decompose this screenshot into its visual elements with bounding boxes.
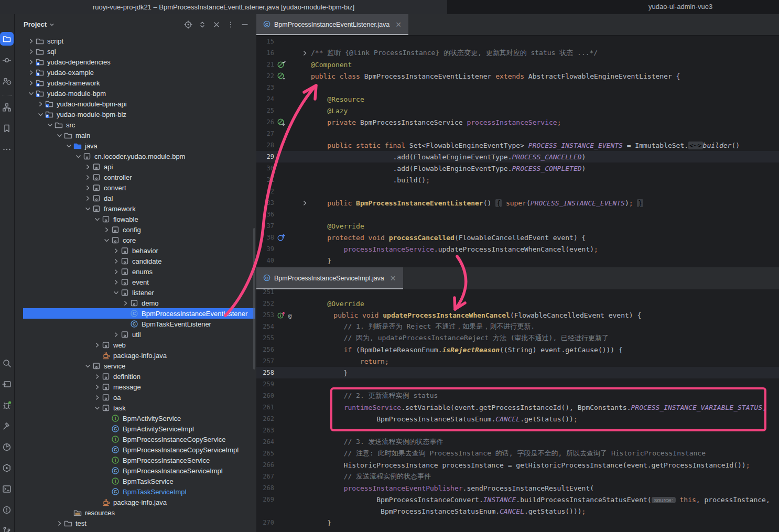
code-line-36[interactable]: 36 [256, 209, 779, 220]
code-line-33[interactable]: 33 public BpmProcessInstanceEventListene… [256, 197, 779, 209]
tree-item-package-info-java[interactable]: package-info.java [15, 497, 256, 507]
code-line-262[interactable]: 262 BpmProcessInstanceStatusEnum.CANCEL.… [256, 413, 779, 425]
chevron-collapsed-icon[interactable] [93, 384, 101, 390]
fold-chevron-icon[interactable] [288, 200, 311, 206]
chevron-collapsed-icon[interactable] [27, 69, 35, 75]
chevron-collapsed-icon[interactable] [56, 520, 63, 526]
structure-icon[interactable] [0, 101, 14, 114]
code-line-31[interactable]: 31 .build(); [256, 174, 779, 186]
chevron-collapsed-icon[interactable] [37, 101, 45, 107]
code-line-26[interactable]: 26 private BpmProcessInstanceService pro… [256, 116, 779, 128]
tree-item-controller[interactable]: controller [15, 172, 256, 182]
implements-at-gutter-icon[interactable]: I@ [277, 311, 295, 319]
tree-item-bpmprocessinstancecopyservice[interactable]: IBpmProcessInstanceCopyService [15, 434, 256, 444]
code-line-269[interactable]: 269 BpmProcessInstanceConvert.INSTANCE.b… [256, 494, 779, 505]
code-line-253[interactable]: 253I@ public void updateProcessInstanceW… [256, 309, 779, 321]
locate-file-icon[interactable] [184, 20, 192, 29]
tree-item-demo[interactable]: demo [15, 298, 256, 308]
problems-icon[interactable] [0, 503, 14, 517]
code-line-267[interactable]: 267 // 发送流程实例的状态事件 [256, 471, 779, 482]
tree-item-yudao-module-bpm[interactable]: yudao-module-bpm [15, 88, 256, 99]
code-line-37[interactable]: 37 @Override [256, 220, 779, 232]
editor-top[interactable]: 1516/** 监听 {@link ProcessInstance} 的状态变更… [256, 36, 779, 267]
tree-item-yudao-module-bpm-api[interactable]: yudao-module-bpm-api [15, 99, 256, 109]
tree-item-bpmactivityserviceimpl[interactable]: CBpmActivityServiceImpl [15, 424, 256, 434]
chevron-collapsed-icon[interactable] [112, 268, 120, 275]
code-line-40[interactable]: 40 } [256, 255, 779, 266]
code-line-254[interactable]: 254 // 1. 判断是否为 Reject 不通过，如果是，则不进行更新. [256, 321, 779, 332]
hide-panel-icon[interactable] [241, 20, 249, 29]
chevron-collapsed-icon[interactable] [84, 174, 92, 180]
chevron-collapsed-icon[interactable] [93, 394, 101, 400]
tree-item-package-info-java[interactable]: package-info.java [15, 350, 256, 361]
bean-check-gutter-icon[interactable] [277, 60, 288, 69]
tree-item-test[interactable]: test [15, 518, 256, 528]
chevron-expanded-icon[interactable] [112, 289, 120, 296]
tree-item-web[interactable]: web [15, 340, 256, 350]
editor-bottom[interactable]: 251252 @Override253I@ public void update… [256, 289, 779, 532]
chevron-collapsed-icon[interactable] [84, 164, 92, 170]
commit-icon[interactable] [0, 53, 14, 67]
tree-item-enums[interactable]: enums [15, 266, 256, 277]
chevron-collapsed-icon[interactable] [27, 38, 35, 44]
more-tools-icon[interactable] [0, 143, 14, 156]
override-gutter-icon[interactable] [277, 233, 288, 242]
chevron-expanded-icon[interactable] [93, 405, 101, 411]
tree-scrollbar-thumb[interactable] [253, 228, 255, 370]
tree-item-script[interactable]: script [15, 36, 256, 46]
options-icon[interactable] [226, 20, 235, 29]
code-line-39[interactable]: 39 processInstanceService.updateProcessI… [256, 243, 779, 255]
close-tab-icon[interactable]: ✕ [395, 20, 402, 29]
chevron-collapsed-icon[interactable] [27, 59, 35, 65]
expand-all-icon[interactable] [198, 20, 207, 29]
version-control-icon[interactable] [0, 524, 14, 532]
tree-item-convert[interactable]: convert [15, 182, 256, 193]
tree-item-java[interactable]: java [15, 140, 256, 151]
tree-item-task[interactable]: task [15, 403, 256, 413]
terminal-icon[interactable] [0, 482, 14, 496]
project-icon[interactable] [0, 32, 14, 46]
tree-item-definition[interactable]: definition [15, 371, 256, 382]
tree-item-bpmactivityservice[interactable]: IBpmActivityService [15, 413, 256, 424]
code-line-15[interactable]: 15 [256, 36, 779, 47]
chevron-expanded-icon[interactable] [65, 143, 73, 149]
code-line-270[interactable]: 270 } [256, 517, 779, 528]
tree-item-behavior[interactable]: behavior [15, 245, 256, 256]
code-line-16[interactable]: 16/** 监听 {@link ProcessInstance} 的状态变更, … [256, 47, 779, 59]
code-line-wrap[interactable]: BpmProcessInstanceStatusEnum.CANCEL.getS… [256, 505, 779, 517]
tab-bpmprocessinstanceeventlistener[interactable]: C BpmProcessInstanceEventListener.java ✕ [256, 14, 408, 35]
tree-item-sql[interactable]: sql [15, 46, 256, 57]
chevron-collapsed-icon[interactable] [112, 247, 120, 254]
code-line-261[interactable]: 261 runtimeService.setVariable(event.get… [256, 401, 779, 413]
run-window-icon[interactable] [0, 377, 14, 391]
code-line-252[interactable]: 252 @Override [256, 298, 779, 309]
tree-item-service[interactable]: service [15, 361, 256, 371]
tree-item-flowable[interactable]: flowable [15, 214, 256, 224]
code-line-260[interactable]: 260 // 2. 更新流程实例 status [256, 390, 779, 401]
tree-item-oa[interactable]: oa [15, 392, 256, 403]
chevron-expanded-icon[interactable] [37, 111, 45, 117]
tree-item-resources[interactable]: resources [15, 507, 256, 518]
tree-item-config[interactable]: config [15, 224, 256, 235]
code-line-38[interactable]: 38 protected void processCancelled(Flowa… [256, 232, 779, 243]
tree-item-event[interactable]: event [15, 277, 256, 287]
chevron-collapsed-icon[interactable] [84, 184, 92, 191]
tree-item-bpmprocessinstancecopyserviceimpl[interactable]: CBpmProcessInstanceCopyServiceImpl [15, 444, 256, 455]
tree-item-bpmtaskserviceimpl[interactable]: CBpmTaskServiceImpl [15, 486, 256, 497]
tree-item-src[interactable]: src [15, 120, 256, 130]
chevron-collapsed-icon[interactable] [84, 195, 92, 201]
code-line-256[interactable]: 256 if (BpmDeleteReasonEnum.isRejectReas… [256, 344, 779, 355]
code-line-266[interactable]: 266 HistoricProcessInstance processInsta… [256, 459, 779, 471]
bean-nav-gutter-icon[interactable] [277, 118, 288, 126]
code-line-264[interactable]: 264 // 3. 发送流程实例的状态事件 [256, 436, 779, 448]
code-line-30[interactable]: 30 .add(FlowableEngineEventType.PROCESS_… [256, 162, 779, 174]
tree-item-yudao-framework[interactable]: yudao-framework [15, 78, 256, 88]
tree-item-yudao-example[interactable]: yudao-example [15, 67, 256, 78]
collapse-all-icon[interactable] [212, 20, 221, 29]
tree-item-bpmprocessinstanceserviceimpl[interactable]: CBpmProcessInstanceServiceImpl [15, 465, 256, 476]
chevron-collapsed-icon[interactable] [93, 342, 101, 348]
tree-item-bpmprocessinstanceservice[interactable]: IBpmProcessInstanceService [15, 455, 256, 465]
debug-icon[interactable] [0, 398, 14, 412]
chevron-collapsed-icon[interactable] [103, 226, 111, 233]
chevron-expanded-icon[interactable] [74, 153, 82, 159]
